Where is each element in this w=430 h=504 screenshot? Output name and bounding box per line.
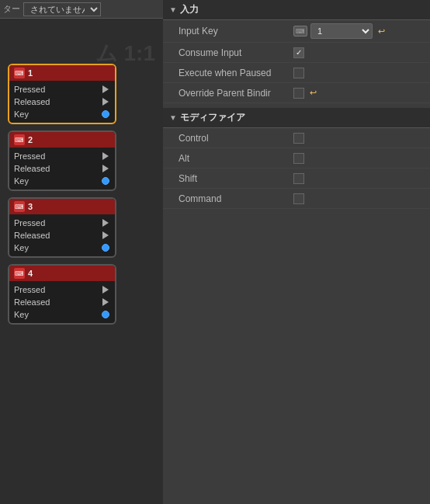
node-body-3: PressedReleasedKey [9,214,115,256]
pin-released-2[interactable]: Released [14,163,110,174]
node-card-1[interactable]: ⌨1PressedReleasedKey [8,64,116,124]
pin-pressed-1[interactable]: Pressed [14,84,110,95]
input-key-select[interactable]: 1 [310,23,373,39]
pin-released-1[interactable]: Released [14,96,110,107]
consume-input-label: Consume Input [179,47,287,58]
consume-input-row: Consume Input ✓ [163,43,430,63]
modifier-arrow-icon: ▼ [169,113,177,122]
input-key-value: ⌨ 1 ↩ [293,23,424,39]
shift-label: Shift [179,173,287,184]
pin-released-3[interactable]: Released [14,230,110,241]
override-parent-label: Override Parent Bindir [179,88,287,99]
command-value [293,193,424,204]
node-icon-4: ⌨ [14,268,25,279]
alt-value [293,153,424,164]
keyboard-icon: ⌨ [293,26,307,36]
pin-circle-icon [101,109,110,119]
override-parent-reset-icon[interactable]: ↩ [307,88,318,99]
pin-label: Key [14,109,29,119]
execute-paused-checkbox[interactable] [293,68,304,78]
node-header-4: ⌨4 [9,266,115,281]
input-section-header: ▼ 入力 [163,0,430,20]
input-key-row: Input Key ⌨ 1 ↩ [163,20,430,43]
pin-arrow-icon [101,285,110,294]
pin-pressed-3[interactable]: Pressed [14,217,110,228]
pin-key-3[interactable]: Key [14,242,110,253]
execute-paused-label: Execute when Paused [179,68,287,78]
pin-label: Key [14,243,29,252]
pin-label: Released [14,97,50,106]
pin-label: Released [14,164,50,173]
side-label: ター [3,3,20,15]
consume-input-value: ✓ [293,47,424,58]
pin-arrow-icon [101,218,110,228]
node-title-3: 3 [28,202,33,211]
nodes-container: ⌨1PressedReleasedKey⌨2PressedReleasedKey… [0,57,163,331]
pin-key-1[interactable]: Key [14,109,110,120]
node-icon-3: ⌨ [14,201,25,212]
command-row: Command [163,189,430,209]
command-checkbox[interactable] [293,193,304,204]
execute-paused-row: Execute when Paused [163,63,430,83]
node-title-1: 1 [28,68,33,78]
consume-input-checkbox[interactable]: ✓ [293,47,304,58]
input-section-title: 入力 [180,3,199,16]
pin-label: Pressed [14,218,45,228]
override-parent-value: ↩ [293,88,424,99]
node-body-2: PressedReleasedKey [9,148,115,189]
pin-arrow-icon [101,231,110,240]
alt-row: Alt [163,148,430,169]
node-body-1: PressedReleasedKey [9,81,115,123]
node-icon-2: ⌨ [14,134,25,145]
pin-key-4[interactable]: Key [14,309,110,320]
node-body-4: PressedReleasedKey [9,281,115,323]
pin-circle-icon [101,243,110,252]
input-key-label: Input Key [179,26,287,36]
command-label: Command [179,193,287,204]
shift-row: Shift [163,169,430,189]
pin-label: Released [14,297,50,307]
input-arrow-icon: ▼ [169,5,177,14]
node-card-3[interactable]: ⌨3PressedReleasedKey [8,197,116,258]
control-value [293,133,424,144]
override-parent-checkbox[interactable] [293,88,304,99]
pin-pressed-4[interactable]: Pressed [14,284,110,295]
control-checkbox[interactable] [293,133,304,144]
pin-circle-icon [101,310,110,319]
top-bar: ター されていません [0,0,163,19]
node-icon-1: ⌨ [14,68,25,78]
node-title-2: 2 [28,135,33,144]
pin-label: Key [14,310,29,319]
input-key-reset-icon[interactable]: ↩ [376,26,387,36]
modifier-section-title: モディファイア [180,111,245,124]
node-card-4[interactable]: ⌨4PressedReleasedKey [8,264,116,325]
pin-circle-icon [101,176,110,186]
pin-released-4[interactable]: Released [14,297,110,308]
pin-label: Released [14,231,50,240]
pin-label: Pressed [14,151,45,161]
alt-checkbox[interactable] [293,153,304,164]
override-parent-row: Override Parent Bindir ↩ [163,83,430,103]
pin-arrow-icon [101,164,110,173]
left-panel: ター されていません ム 1:1 ⌨1PressedReleasedKey⌨2P… [0,0,163,504]
shift-checkbox[interactable] [293,173,304,184]
pin-arrow-icon [101,151,110,161]
pin-label: Key [14,176,29,186]
node-header-2: ⌨2 [9,132,115,148]
right-panel: ▼ 入力 Input Key ⌨ 1 ↩ Consume Input ✓ Exe… [163,0,430,504]
control-label: Control [179,133,287,144]
pin-arrow-icon [101,297,110,307]
node-title-4: 4 [28,269,33,278]
modifier-section-header: ▼ モディファイア [163,108,430,128]
node-header-3: ⌨3 [9,199,115,214]
pin-key-2[interactable]: Key [14,176,110,186]
shift-value [293,173,424,184]
control-row: Control [163,128,430,148]
node-header-1: ⌨1 [9,65,115,81]
dropdown-select[interactable]: されていません [23,2,101,16]
pin-label: Pressed [14,285,45,294]
execute-paused-value [293,68,424,78]
pin-arrow-icon [101,85,110,94]
pin-pressed-2[interactable]: Pressed [14,151,110,162]
node-card-2[interactable]: ⌨2PressedReleasedKey [8,130,116,191]
